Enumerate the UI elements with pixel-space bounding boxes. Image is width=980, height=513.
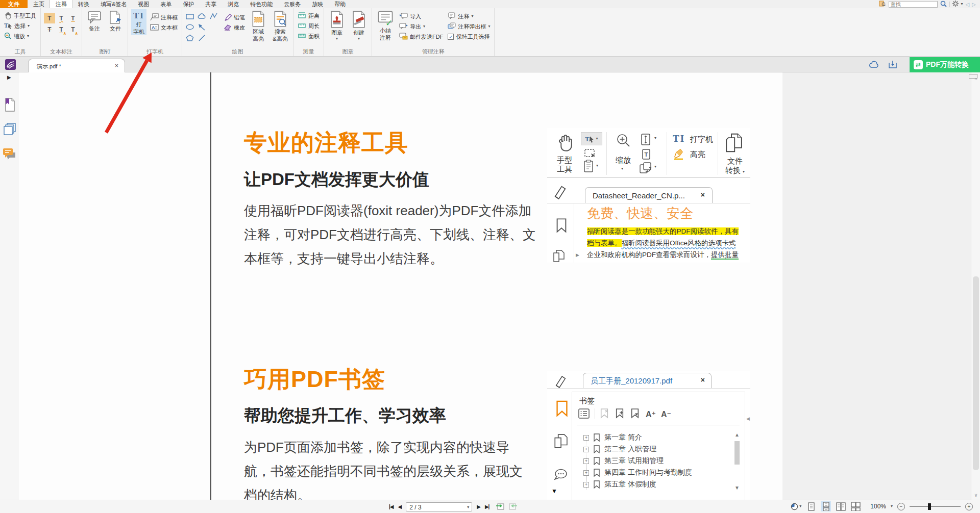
zoom-out-button[interactable]: − xyxy=(897,503,905,510)
first-page-button[interactable]: |◀ xyxy=(389,504,394,509)
select-tool-button[interactable]: T 选择 ▾ xyxy=(3,21,37,31)
sidebar-expand-icon[interactable]: ▶ xyxy=(7,74,11,80)
scroll-down-icon[interactable]: ∨ xyxy=(971,493,980,498)
stamp-caret-icon[interactable]: ▾ xyxy=(336,37,338,41)
shot2-scrollbar-thumb[interactable] xyxy=(734,441,740,465)
zoom-level-value[interactable]: 100% xyxy=(870,503,886,510)
comments-button[interactable]: 注释 ▾ xyxy=(447,11,491,21)
import-comments-button[interactable]: 导入 xyxy=(398,11,444,21)
pencil-button[interactable]: 铅笔 xyxy=(223,12,246,22)
single-page-view-button[interactable] xyxy=(806,501,816,511)
rectangle-shape-button[interactable] xyxy=(185,12,197,22)
menu-item-fill-sign[interactable]: 填写&签名 xyxy=(95,0,132,8)
continuous-view-button-active[interactable] xyxy=(821,501,831,511)
cloud-upload-icon[interactable] xyxy=(869,61,879,70)
pentagon-shape-button[interactable] xyxy=(185,34,197,44)
shot2-scroll-up-icon[interactable]: ▲ xyxy=(734,432,740,438)
document-tab-active[interactable]: 演示.pdf * × xyxy=(28,59,125,72)
arrow-shape-button[interactable] xyxy=(197,23,208,33)
save-to-cloud-icon[interactable] xyxy=(888,60,897,71)
area-highlight-button[interactable]: 区域 高亮 xyxy=(249,9,268,42)
rotate-view-icon[interactable]: ▾ xyxy=(791,503,801,510)
bookmark-item[interactable]: + 第三章 试用期管理 xyxy=(583,456,664,466)
comment-popup-button[interactable]: 注释弹出框 ▾ xyxy=(447,21,491,32)
menu-item-view[interactable]: 视图 xyxy=(132,0,155,8)
sidebar-bookmark-panel-icon[interactable] xyxy=(4,98,15,114)
menu-item-convert[interactable]: 转换 xyxy=(72,0,95,8)
tab-close-icon[interactable]: × xyxy=(115,62,118,69)
oval-shape-button[interactable] xyxy=(185,23,197,33)
insert-text-button[interactable]: T∧ xyxy=(67,24,79,35)
find-input[interactable] xyxy=(889,1,938,8)
create-stamp-caret-icon[interactable]: ▾ xyxy=(358,37,360,41)
zoom-slider-track[interactable] xyxy=(910,506,961,507)
expand-bookmark-icon[interactable]: + xyxy=(583,458,589,464)
eraser-button[interactable]: 橡皮 xyxy=(223,22,246,33)
expand-bookmark-icon[interactable]: + xyxy=(583,470,589,476)
replace-text-button[interactable]: T∧ xyxy=(56,24,67,35)
search-highlight-button[interactable]: 搜索 &高亮 xyxy=(271,9,290,42)
polyline-shape-button[interactable] xyxy=(209,12,220,22)
menu-item-features[interactable]: 特色功能 xyxy=(244,0,278,8)
expand-bookmark-icon[interactable]: + xyxy=(583,447,589,452)
cloud-shape-button[interactable] xyxy=(197,12,208,22)
menu-item-cloud[interactable]: 云服务 xyxy=(278,0,306,8)
note-button[interactable]: 备注 xyxy=(85,9,104,32)
zoom-tool-button[interactable]: 缩放 ▾ xyxy=(3,31,37,41)
sidebar-pages-panel-icon[interactable] xyxy=(4,123,16,138)
expand-bookmark-icon[interactable]: + xyxy=(583,482,589,488)
create-stamp-button[interactable]: 创建 ▾ xyxy=(349,9,369,41)
back-icon[interactable]: ◁ xyxy=(966,2,970,7)
stamp-button[interactable]: 图章 ▾ xyxy=(327,9,347,41)
facing-view-button[interactable] xyxy=(836,501,846,511)
highlight-text-button[interactable]: T xyxy=(44,13,55,23)
squiggly-underline-button[interactable]: T xyxy=(56,13,67,23)
line-shape-button[interactable] xyxy=(197,34,208,44)
menu-item-form[interactable]: 表单 xyxy=(155,0,177,8)
gear-icon[interactable] xyxy=(952,1,959,8)
perimeter-button[interactable]: 周长 xyxy=(297,21,321,31)
scrollbar-thumb[interactable] xyxy=(973,276,979,470)
expand-bookmark-icon[interactable]: + xyxy=(583,435,589,441)
menu-item-browse[interactable]: 浏览 xyxy=(222,0,244,8)
zoom-slider[interactable] xyxy=(910,503,961,510)
area-button[interactable]: 面积 xyxy=(297,31,321,41)
zoom-caret-icon[interactable]: ▾ xyxy=(27,34,29,38)
page-number-combo[interactable]: 2 / 3 ▾ xyxy=(406,502,472,511)
forward-icon[interactable]: ▷ xyxy=(972,2,976,7)
distance-button[interactable]: 距离 xyxy=(297,11,321,21)
menu-item-slideshow[interactable]: 放映 xyxy=(306,0,329,8)
textbox-button[interactable]: A 文本框 xyxy=(149,22,179,33)
keep-tool-selected-checkbox[interactable]: ✓ 保持工具选择 xyxy=(447,32,491,42)
scroll-widget[interactable] xyxy=(969,74,977,79)
comments-caret-icon[interactable]: ▾ xyxy=(471,14,473,18)
zoom-level-caret-icon[interactable]: ▾ xyxy=(891,504,893,508)
menu-item-protect[interactable]: 保护 xyxy=(177,0,200,8)
zoom-slider-thumb[interactable] xyxy=(928,503,931,510)
menu-item-home[interactable]: 主页 xyxy=(28,0,50,8)
menu-item-comment-active[interactable]: 注释 xyxy=(50,0,72,8)
export-comments-button[interactable]: 导出 ▾ xyxy=(398,21,444,32)
comment-popup-caret-icon[interactable]: ▾ xyxy=(488,24,490,29)
zoom-in-button[interactable]: + xyxy=(965,503,973,510)
strikeout-text-button[interactable]: T xyxy=(44,24,55,35)
gear-caret-icon[interactable]: ▾ xyxy=(961,2,963,6)
continuous-facing-view-button[interactable] xyxy=(850,501,861,511)
bookmark-item[interactable]: + 第二章 入职管理 xyxy=(583,445,656,454)
email-fdf-button[interactable]: 邮件发送FDF xyxy=(398,32,444,42)
sidebar-comments-panel-icon[interactable] xyxy=(3,148,16,163)
rotate-view-caret[interactable]: ▾ xyxy=(799,504,801,508)
select-caret-icon[interactable]: ▾ xyxy=(28,24,30,28)
previous-view-button[interactable] xyxy=(496,502,504,511)
menu-item-help[interactable]: 帮助 xyxy=(329,0,351,8)
checkbox-checked-icon[interactable]: ✓ xyxy=(448,34,454,40)
bookmark-item[interactable]: + 第一章 简介 xyxy=(583,433,642,442)
document-vertical-scrollbar[interactable]: ∧ ∨ xyxy=(971,72,980,500)
previous-page-button[interactable]: ◀ xyxy=(398,504,402,509)
bookmark-item[interactable]: + 第四章 工作时间与考勤制度 xyxy=(583,468,692,477)
search-icon[interactable] xyxy=(940,1,947,8)
callout-button[interactable]: 注释框 xyxy=(149,12,179,22)
underline-text-button[interactable]: T xyxy=(67,13,79,23)
pdf-converter-button[interactable]: ⇄ PDF万能转换 xyxy=(910,57,980,72)
next-view-button[interactable] xyxy=(509,502,518,511)
